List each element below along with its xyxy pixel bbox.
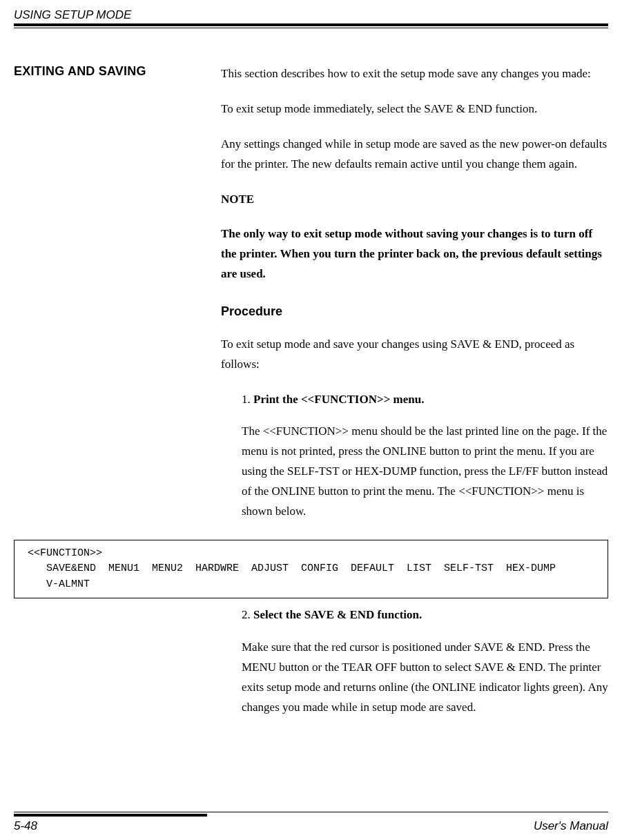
footer: 5-48 User's Manual	[14, 812, 608, 833]
step-2-title: Select the SAVE & END function.	[253, 608, 422, 621]
note-label: NOTE	[221, 190, 608, 210]
step-1-number: 1.	[242, 393, 251, 406]
intro-paragraph-2: To exit setup mode immediately, select t…	[221, 99, 608, 119]
intro-paragraph-3: Any settings changed while in setup mode…	[221, 135, 608, 175]
page-number: 5-48	[14, 819, 37, 833]
step-1-paragraph: The <<FUNCTION>> menu should be the last…	[242, 422, 608, 521]
body-column-continued: 2. Select the SAVE & END function. Make …	[221, 605, 608, 730]
procedure-heading: Procedure	[221, 301, 608, 322]
two-column-layout: EXITING AND SAVING This section describe…	[14, 64, 608, 534]
procedure-lead: To exit setup mode and save your changes…	[221, 335, 608, 375]
step-1: 1. Print the <<FUNCTION>> menu. The <<FU…	[221, 390, 608, 522]
top-rule-thin	[14, 28, 608, 28]
footer-rule-thin	[14, 812, 608, 812]
function-menu-code-box: <<FUNCTION>> SAVE&END MENU1 MENU2 HARDWR…	[14, 540, 608, 599]
step-2-title-line: 2. Select the SAVE & END function.	[242, 605, 608, 625]
step-2-paragraph: Make sure that the red cursor is positio…	[242, 638, 608, 718]
running-head: USING SETUP MODE	[14, 8, 608, 22]
left-spacer	[14, 605, 221, 730]
section-heading: EXITING AND SAVING	[14, 64, 221, 534]
footer-rule-thick	[14, 814, 207, 817]
step-1-title: Print the <<FUNCTION>> menu.	[253, 393, 424, 406]
step-2-number: 2.	[242, 608, 251, 621]
manual-title: User's Manual	[534, 819, 608, 833]
top-rule-thick	[14, 23, 608, 26]
footer-line: 5-48 User's Manual	[14, 819, 608, 833]
two-column-layout-continued: 2. Select the SAVE & END function. Make …	[14, 605, 608, 730]
note-body: The only way to exit setup mode without …	[221, 224, 608, 284]
step-1-title-line: 1. Print the <<FUNCTION>> menu.	[242, 390, 608, 410]
step-2: 2. Select the SAVE & END function. Make …	[221, 605, 608, 717]
body-column: This section describes how to exit the s…	[221, 64, 608, 534]
intro-paragraph-1: This section describes how to exit the s…	[221, 64, 608, 84]
page: USING SETUP MODE EXITING AND SAVING This…	[0, 0, 622, 840]
